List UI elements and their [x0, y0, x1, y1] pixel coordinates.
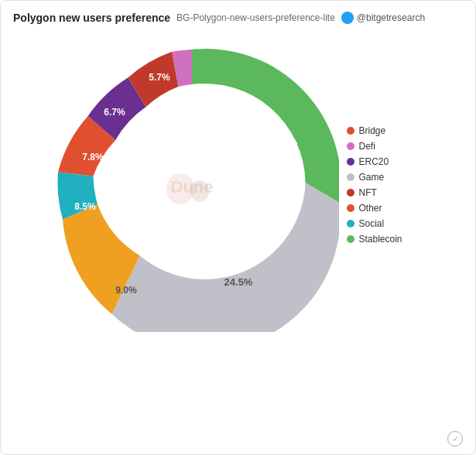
- legend: BridgeDefiERC20GameNFTOtherSocialStablec…: [347, 125, 432, 245]
- dune-shape2: [190, 180, 209, 202]
- chart-title: Polygon new users preference: [13, 12, 170, 24]
- legend-color-dot: [347, 142, 354, 150]
- legend-label: Stablecoin: [359, 234, 402, 245]
- legend-item: Stablecoin: [347, 234, 432, 245]
- donut-svg: Dune 35.8% 24.5% 9.0% 8.5% 7.8% 6.7%: [45, 38, 339, 332]
- legend-item: Other: [347, 203, 432, 214]
- legend-color-dot: [347, 235, 354, 243]
- legend-color-dot: [347, 204, 354, 212]
- brand-handle: @bitgetresearch: [357, 12, 425, 23]
- legend-item: ERC20: [347, 156, 432, 167]
- header: Polygon new users preference BG-Polygon-…: [1, 1, 475, 30]
- legend-item: Social: [347, 218, 432, 229]
- brand-icon: [341, 12, 354, 24]
- legend-label: ERC20: [359, 156, 389, 167]
- brand-info: @bitgetresearch: [341, 12, 425, 24]
- legend-color-dot: [347, 189, 354, 197]
- legend-item: Defi: [347, 141, 432, 152]
- checkmark-icon: ✓: [447, 431, 463, 446]
- legend-color-dot: [347, 158, 354, 166]
- legend-color-dot: [347, 220, 354, 228]
- legend-item: Bridge: [347, 125, 432, 136]
- chart-subtitle: BG-Polygon-new-users-preference-lite: [176, 12, 335, 23]
- label-bridge: 7.8%: [82, 152, 104, 162]
- legend-label: Game: [359, 172, 385, 183]
- label-stablecoin: 35.8%: [269, 137, 297, 149]
- dune-shape1: [166, 173, 194, 204]
- label-erc20: 6.7%: [104, 107, 125, 118]
- legend-color-dot: [347, 173, 354, 181]
- label-game: 24.5%: [224, 276, 252, 288]
- legend-label: Other: [359, 203, 382, 214]
- legend-label: Bridge: [359, 125, 386, 136]
- main-container: Polygon new users preference BG-Polygon-…: [0, 0, 476, 455]
- label-social: 8.5%: [74, 201, 96, 212]
- chart-area: Dune 35.8% 24.5% 9.0% 8.5% 7.8% 6.7%: [1, 38, 475, 332]
- donut-chart: Dune 35.8% 24.5% 9.0% 8.5% 7.8% 6.7%: [45, 38, 339, 332]
- label-yellow: 9.0%: [115, 285, 137, 296]
- legend-color-dot: [347, 127, 354, 135]
- legend-label: Social: [359, 218, 385, 229]
- legend-label: Defi: [359, 141, 375, 152]
- label-nft: 5.7%: [149, 72, 170, 83]
- legend-item: NFT: [347, 187, 432, 198]
- legend-item: Game: [347, 172, 432, 183]
- legend-label: NFT: [359, 187, 377, 198]
